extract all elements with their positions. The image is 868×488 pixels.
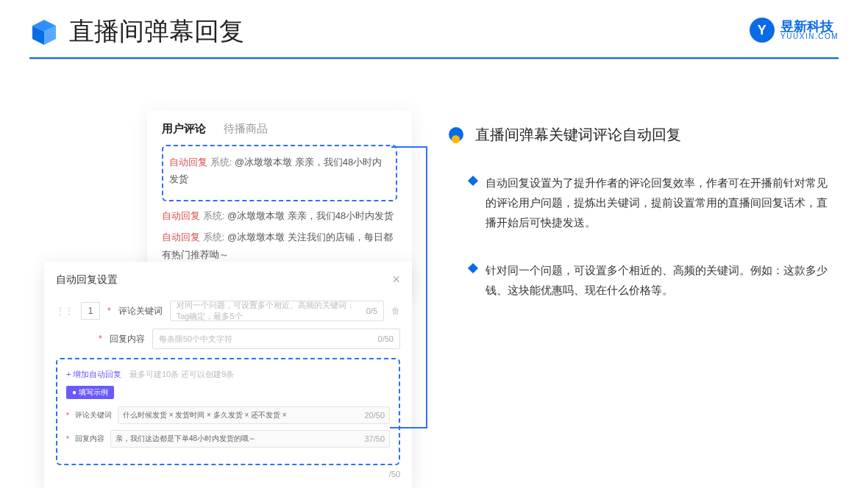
diamond-icon (468, 263, 478, 273)
page-title: 直播间弹幕回复 (69, 15, 244, 49)
system-prefix: 系统: (210, 157, 232, 168)
example-group: + 增加自动回复 最多可建10条 还可以创建9条 ● 填写示例 * 评论关键词 … (56, 358, 400, 465)
point-2: 针对同一个问题，可设置多个相近的、高频的关键词。例如：这款多少钱、这块能优惠吗、… (449, 260, 831, 300)
tabs: 用户评论 待播商品 (162, 122, 397, 136)
example-keyword-row: * 评论关键词 什么时候发货 × 发货时间 × 多久发货 × 还不发货 × 20… (66, 406, 390, 424)
brand-icon: Y (744, 12, 780, 48)
example-badge: ● 填写示例 (66, 386, 114, 399)
content-row: * 回复内容 每条限50个中文字符 0/50 (56, 329, 400, 349)
right-panel: 直播间弹幕关键词评论自动回复 自动回复设置为了提升作者的评论回复效率，作者可在开… (449, 125, 831, 300)
trash-icon[interactable]: 🗑 (391, 306, 400, 316)
point-1: 自动回复设置为了提升作者的评论回复效率，作者可在开播前针对常见的评论用户问题，提… (449, 173, 831, 232)
tab-user-comments[interactable]: 用户评论 (162, 122, 206, 136)
bullet-icon (449, 127, 465, 143)
point-1-text: 自动回复设置为了提升作者的评论回复效率，作者可在开播前针对常见的评论用户问题，提… (485, 173, 831, 232)
outer-counter: /50 (56, 470, 400, 478)
close-icon[interactable]: × (392, 272, 400, 287)
index-box: 1 (81, 302, 100, 320)
comment-line-3: 自动回复 系统: @冰墩墩本墩 关注我们的店铺，每日都有热门推荐呦～ (162, 229, 397, 263)
tab-pending-products[interactable]: 待播商品 (224, 122, 268, 136)
drag-handle-icon[interactable]: ⋮⋮ (56, 306, 74, 316)
example-content-row: * 回复内容 亲，我们这边都是下单48小时内发货的哦～ 37/50 (66, 430, 390, 448)
page-header: 直播间弹幕回复 (0, 0, 868, 49)
auto-reply-tag: 自动回复 (169, 157, 207, 168)
add-auto-reply-link[interactable]: + 增加自动回复 (66, 370, 121, 378)
diamond-icon (468, 176, 478, 186)
comment-line-2: 自动回复 系统: @冰墩墩本墩 亲亲，我们48小时内发货 (162, 207, 397, 224)
brand-name-en: YUUXIN.COM (780, 33, 839, 40)
brand-logo: Y 昱新科技 YUUXIN.COM (750, 18, 839, 43)
cube-icon (29, 17, 59, 46)
keyword-label: 评论关键词 (118, 305, 163, 317)
add-hint: 最多可建10条 还可以创建9条 (129, 370, 234, 378)
keyword-row: ⋮⋮ 1 * 评论关键词 对同一个问题，可设置多个相近、高频的关键词，Tag确定… (56, 301, 400, 321)
example-keyword-input[interactable]: 什么时候发货 × 发货时间 × 多久发货 × 还不发货 × 20/50 (118, 406, 390, 424)
required-asterisk: * (107, 306, 111, 316)
example-content-input[interactable]: 亲，我们这边都是下单48小时内发货的哦～ 37/50 (110, 430, 390, 448)
settings-card: 自动回复设置 × ⋮⋮ 1 * 评论关键词 对同一个问题，可设置多个相近、高频的… (44, 262, 412, 488)
settings-title: 自动回复设置 (56, 273, 118, 287)
keyword-input[interactable]: 对同一个问题，可设置多个相近、高频的关键词，Tag确定，最多5个 0/5 (170, 301, 384, 321)
section-title: 直播间弹幕关键词评论自动回复 (475, 125, 681, 145)
required-asterisk: * (99, 334, 102, 344)
settings-header: 自动回复设置 × (56, 272, 400, 287)
content-input[interactable]: 每条限50个中文字符 0/50 (152, 329, 400, 349)
section-heading-row: 直播间弹幕关键词评论自动回复 (449, 125, 831, 145)
mention: @冰墩墩本墩 (235, 157, 292, 168)
content-label: 回复内容 (110, 333, 145, 345)
highlighted-comment: 自动回复 系统: @冰墩墩本墩 亲亲，我们48小时内发货 (162, 145, 397, 201)
header-divider (29, 57, 839, 60)
point-2-text: 针对同一个问题，可设置多个相近的、高频的关键词。例如：这款多少钱、这块能优惠吗、… (485, 260, 831, 300)
comment-line-1: 自动回复 系统: @冰墩墩本墩 亲亲，我们48小时内发货 (169, 154, 390, 188)
brand-name-cn: 昱新科技 (780, 20, 839, 33)
